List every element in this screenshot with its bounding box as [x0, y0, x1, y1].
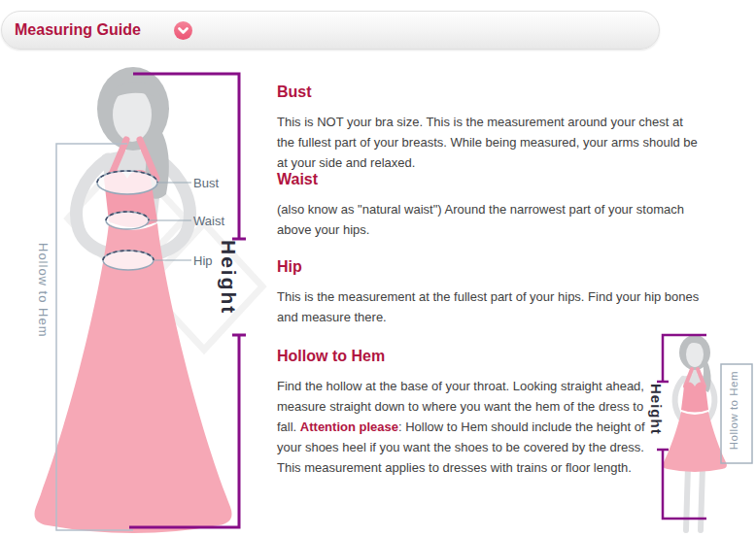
page-title: Measuring Guide [15, 21, 141, 39]
hollow-to-hem-heading: Hollow to Hem [277, 348, 648, 365]
measuring-guide-header[interactable]: Measuring Guide [1, 11, 660, 50]
measuring-guide-page: Measuring Guide [0, 0, 756, 537]
dress-gown [35, 140, 232, 533]
bust-description: This is NOT your bra size. This is the m… [277, 112, 701, 173]
height-label-main: Height [217, 240, 240, 315]
hip-heading: Hip [277, 258, 701, 276]
hollow-to-hem-description: Find the hollow at the base of your thro… [277, 376, 648, 478]
attention-please-label: Attention please [300, 420, 398, 434]
section-bust: Bust This is NOT your bra size. This is … [277, 84, 701, 173]
chevron-down-icon[interactable] [174, 21, 192, 40]
waist-description: (also know as "natural waist") Around th… [277, 199, 701, 240]
section-waist: Waist (also know as "natural waist") Aro… [277, 171, 701, 240]
hip-measure-label: Hip [193, 253, 213, 268]
waist-measure-label: Waist [193, 214, 224, 228]
hip-description: This is the measurement at the fullest p… [277, 286, 701, 327]
waist-heading: Waist [277, 171, 701, 188]
bust-heading: Bust [277, 84, 701, 101]
section-hollow-to-hem: Hollow to Hem Find the hollow at the bas… [277, 348, 648, 478]
section-hip: Hip This is the measurement at the fulle… [277, 258, 701, 327]
height-label-small: Height [648, 384, 665, 435]
bust-measure-label: Bust [193, 176, 219, 190]
hollow-to-hem-label-main: Hollow to Hem [36, 243, 51, 338]
hollow-to-hem-label-small: Hollow to Hem [728, 371, 739, 450]
